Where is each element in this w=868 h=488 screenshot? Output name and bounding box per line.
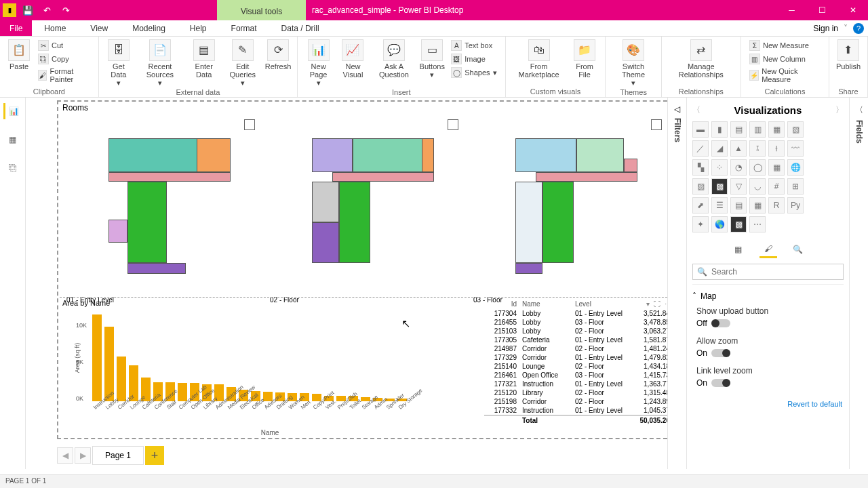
- bar[interactable]: [92, 314, 102, 401]
- buttons-button[interactable]: ▭Buttons▾: [417, 38, 447, 80]
- filled-map-icon[interactable]: ▨: [692, 178, 709, 195]
- table-row[interactable]: 216461Open Office03 - Floor1,415.73: [484, 371, 667, 380]
- manage-rel-button[interactable]: ⇄Manage Relationships: [666, 38, 736, 80]
- switch-theme-button[interactable]: 🎨Switch Theme▾: [610, 38, 656, 88]
- custom-visual-icon[interactable]: ▩: [711, 178, 728, 195]
- ribbon-icon[interactable]: 〰: [787, 140, 804, 157]
- table-row[interactable]: 177321Instruction01 - Entry Level1,363.7…: [484, 380, 667, 388]
- 100-column-icon[interactable]: ▧: [787, 121, 804, 138]
- table-row[interactable]: 214987Corridor02 - Floor1,481.24: [484, 344, 667, 353]
- combo-icon[interactable]: ⫲: [768, 140, 785, 157]
- help-icon[interactable]: ?: [853, 23, 864, 34]
- focus-mode-icon[interactable]: [448, 119, 458, 130]
- new-quick-measure-button[interactable]: ⚡New Quick Measure: [748, 66, 822, 84]
- clustered-bar-icon[interactable]: ▤: [730, 121, 747, 138]
- floorplan-03[interactable]: 03 - Floor: [468, 138, 665, 294]
- stacked-column-icon[interactable]: ▮: [711, 121, 728, 138]
- multi-card-icon[interactable]: ⊞: [787, 178, 804, 195]
- redo-icon[interactable]: ↷: [58, 3, 73, 18]
- expand-icon[interactable]: 〈: [855, 104, 863, 116]
- table-row[interactable]: 215120Library02 - Floor1,315.48: [484, 388, 667, 397]
- treemap-icon[interactable]: ▦: [768, 159, 785, 176]
- collapse-right-icon[interactable]: 〉: [835, 104, 844, 116]
- table-row[interactable]: 215198Corridor02 - Floor1,243.89: [484, 397, 667, 406]
- more-visuals-icon[interactable]: ⋯: [749, 216, 766, 232]
- format-painter-button[interactable]: 🖌Format Painter: [37, 66, 92, 84]
- bar[interactable]: [104, 327, 114, 402]
- focus-mode-icon[interactable]: [244, 119, 255, 130]
- save-icon[interactable]: 💾: [20, 3, 35, 18]
- r-icon[interactable]: R: [768, 197, 785, 214]
- toggle-allow-zoom[interactable]: On: [692, 347, 844, 363]
- edit-queries-button[interactable]: ✎Edit Queries▾: [222, 38, 264, 88]
- floorplan-01[interactable]: 01 - Entry Level: [61, 138, 258, 294]
- minimize-button[interactable]: ─: [776, 0, 807, 20]
- pie-icon[interactable]: ◔: [730, 159, 747, 176]
- data-table[interactable]: ▾ ⛶ ⋯ Id Name Level 177304Lobby01 - Entr…: [484, 297, 667, 438]
- help-tab[interactable]: Help: [178, 20, 219, 36]
- home-tab[interactable]: Home: [32, 20, 78, 36]
- copy-button[interactable]: ⿻Copy: [37, 53, 92, 65]
- filter-icon[interactable]: ▾: [646, 300, 650, 308]
- area-icon[interactable]: ◢: [711, 140, 728, 157]
- revert-link[interactable]: Revert to default: [692, 397, 844, 411]
- table-row[interactable]: 215140Lounge02 - Floor1,434.18: [484, 362, 667, 371]
- refresh-button[interactable]: ⟳Refresh: [263, 38, 293, 72]
- enter-data-button[interactable]: ▤Enter Data: [186, 38, 222, 80]
- floorplan-02[interactable]: 02 - Floor: [264, 138, 461, 294]
- signin-link[interactable]: Sign in: [813, 24, 838, 33]
- new-page-button[interactable]: 📊New Page▾: [302, 38, 335, 88]
- focus-icon[interactable]: ⛶: [654, 300, 660, 308]
- format-tab-icon[interactable]: 🖌: [760, 241, 777, 258]
- py-icon[interactable]: Py: [787, 197, 804, 214]
- shapes-button[interactable]: ◯Shapes▾: [450, 66, 498, 79]
- view-tab[interactable]: View: [78, 20, 120, 36]
- line-column-icon[interactable]: ⫱: [749, 140, 766, 157]
- matrix-icon[interactable]: ▦: [749, 197, 766, 214]
- table-icon[interactable]: ▤: [730, 197, 747, 214]
- report-canvas[interactable]: Rooms 01 - Entry Level: [26, 98, 667, 469]
- datadrill-tab[interactable]: Data / Drill: [269, 20, 332, 36]
- data-view-icon[interactable]: ▦: [5, 131, 21, 148]
- bar[interactable]: [117, 357, 126, 401]
- more-icon[interactable]: ⋯: [665, 300, 667, 308]
- key-influencer-icon[interactable]: ✦: [692, 216, 709, 232]
- toggle-show-upload[interactable]: Off: [692, 317, 844, 333]
- get-data-button[interactable]: 🗄Get Data▾: [103, 38, 134, 88]
- funnel-icon[interactable]: ▽: [730, 178, 747, 195]
- kpi-icon[interactable]: ⬈: [692, 197, 709, 214]
- filters-pane-collapsed[interactable]: ◁ Filters: [667, 98, 686, 469]
- map-icon[interactable]: 🌐: [787, 159, 804, 176]
- page-next-button[interactable]: ▶: [75, 447, 91, 464]
- table-row[interactable]: 215103Lobby02 - Floor3,063.27: [484, 327, 667, 336]
- collapse-ribbon-icon[interactable]: ˅: [844, 24, 848, 33]
- textbox-button[interactable]: AText box: [450, 39, 498, 52]
- slicer-icon[interactable]: ☰: [711, 197, 728, 214]
- new-column-button[interactable]: ▥New Column: [748, 53, 822, 65]
- table-row[interactable]: 177329Corridor01 - Entry Level1,479.82: [484, 353, 667, 362]
- fields-pane-collapsed[interactable]: 〈 Fields: [849, 98, 868, 469]
- recent-sources-button[interactable]: 📄Recent Sources▾: [134, 38, 186, 88]
- table-row[interactable]: 177304Lobby01 - Entry Level3,521.84: [484, 309, 667, 318]
- arcgis-icon[interactable]: 🌎: [711, 216, 728, 232]
- marketplace-button[interactable]: 🛍From Marketplace: [510, 38, 568, 80]
- donut-icon[interactable]: ◯: [749, 159, 766, 176]
- area-bar-chart[interactable]: Area by Name Area (sq ft) Name Instructi…: [60, 297, 480, 438]
- search-input[interactable]: 🔍: [692, 264, 844, 280]
- rooms-visual[interactable]: Rooms 01 - Entry Level: [57, 100, 667, 439]
- stacked-area-icon[interactable]: ▲: [730, 140, 747, 157]
- table-row[interactable]: 216455Lobby03 - Floor3,478.85: [484, 318, 667, 327]
- fields-tab-icon[interactable]: ▦: [730, 241, 747, 258]
- close-button[interactable]: ✕: [837, 0, 868, 20]
- maximize-button[interactable]: ☐: [807, 0, 837, 20]
- gauge-icon[interactable]: ◡: [749, 178, 766, 195]
- ask-question-button[interactable]: 💬Ask A Question: [371, 38, 418, 80]
- clustered-column-icon[interactable]: ▥: [749, 121, 766, 138]
- analytics-tab-icon[interactable]: 🔍: [789, 241, 807, 258]
- table-row[interactable]: 177305Cafeteria01 - Entry Level1,581.87: [484, 336, 667, 344]
- scatter-icon[interactable]: ⁘: [711, 159, 728, 176]
- file-tab[interactable]: File: [0, 20, 32, 36]
- undo-icon[interactable]: ↶: [39, 3, 54, 18]
- from-file-button[interactable]: 📁From File: [568, 38, 601, 80]
- toggle-link-zoom[interactable]: On: [692, 377, 844, 393]
